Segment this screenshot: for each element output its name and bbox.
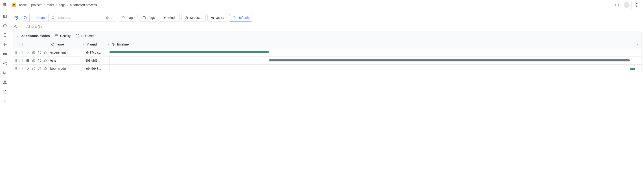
fullscreen-button[interactable]: Full screen <box>76 34 96 38</box>
all-runs-label[interactable]: All runs (3) <box>26 25 42 28</box>
refresh-button[interactable]: Refresh <box>229 14 252 22</box>
search-input[interactable] <box>58 16 104 19</box>
svg-rect-12 <box>4 81 6 82</box>
row-checkbox-wrap <box>17 51 25 54</box>
timeline-bar <box>110 51 269 53</box>
columns-hidden-button[interactable]: 27 columns hidden <box>16 34 50 38</box>
table-row[interactable]: tune f08fdbf1... <box>13 56 642 65</box>
svg-point-45 <box>16 68 16 69</box>
add-list-icon[interactable] <box>3 42 7 47</box>
crumb-dags[interactable]: dags <box>58 3 65 7</box>
star-icon[interactable] <box>42 51 48 54</box>
uuid-column-header[interactable]: # uuid <box>85 40 110 48</box>
svg-point-8 <box>6 64 6 65</box>
svg-point-36 <box>16 53 17 54</box>
tree-icon[interactable] <box>3 80 7 85</box>
main-layout: Default Flags Tags <box>0 10 644 180</box>
svg-point-37 <box>16 59 16 60</box>
row-uuid-cell: d417cda... <box>84 48 109 56</box>
tags-filter[interactable]: Tags <box>140 14 158 22</box>
search-controls <box>106 16 113 19</box>
enter-icon <box>110 16 113 19</box>
clear-search-icon[interactable] <box>106 16 109 19</box>
tags-label: Tags <box>148 16 155 19</box>
svg-point-39 <box>16 60 16 61</box>
svg-point-22 <box>212 16 212 18</box>
graph-icon[interactable] <box>3 61 7 66</box>
star-icon[interactable] <box>42 67 48 70</box>
timeline-header-label: timeline <box>117 43 129 46</box>
document-icon[interactable] <box>3 89 7 94</box>
chevron-down-icon[interactable] <box>636 43 639 46</box>
svg-rect-29 <box>113 44 115 45</box>
open-external-icon[interactable] <box>31 59 36 62</box>
save-view-button[interactable] <box>21 14 30 21</box>
svg-point-42 <box>16 61 17 62</box>
row-checkbox[interactable] <box>20 67 23 70</box>
timeline-column-header[interactable]: timeline <box>110 40 642 48</box>
open-external-icon[interactable] <box>31 51 36 54</box>
runs-table: 27 columns hidden Density Full screen <box>13 31 642 73</box>
avatar[interactable]: R <box>622 1 632 9</box>
kinds-filter[interactable]: Kinds <box>160 14 180 22</box>
table-row[interactable]: experiment d417cda... <box>13 48 642 56</box>
chevron-down-icon[interactable] <box>82 43 85 46</box>
drag-handle-icon[interactable] <box>13 67 17 70</box>
crumb-projects[interactable]: projects <box>31 3 42 7</box>
svg-point-47 <box>16 69 16 70</box>
table-toolbar: 27 columns hidden Density Full screen <box>13 31 642 40</box>
chevron-down-icon[interactable] <box>107 43 110 46</box>
drag-handle-icon[interactable] <box>13 59 17 62</box>
table-icon[interactable] <box>3 52 7 56</box>
panel-icon[interactable] <box>3 14 7 19</box>
statuses-filter[interactable]: Statuses <box>181 14 205 22</box>
retry-icon[interactable] <box>36 67 42 70</box>
clipboard-icon[interactable] <box>3 33 7 37</box>
row-checkbox-wrap <box>17 59 25 62</box>
terminal-icon[interactable] <box>3 99 7 103</box>
lineage-icon[interactable] <box>14 25 18 28</box>
row-name-cell: tune <box>48 56 84 64</box>
drag-handle-icon[interactable] <box>13 51 17 54</box>
view-dropdown[interactable]: Default <box>30 14 49 21</box>
svg-point-18 <box>122 16 124 19</box>
new-folder-button[interactable] <box>612 1 622 9</box>
svg-point-43 <box>16 67 16 68</box>
select-all-checkbox[interactable] <box>20 43 23 46</box>
name-header-label: name <box>56 43 64 46</box>
star-icon[interactable] <box>42 59 48 62</box>
clock-icon[interactable] <box>3 23 7 28</box>
toolbar: Default Flags Tags <box>13 13 642 22</box>
name-column-header[interactable]: name <box>49 40 85 48</box>
users-filter[interactable]: Users <box>207 14 228 22</box>
statuses-label: Statuses <box>190 16 202 19</box>
workspace-badge[interactable]: M <box>12 3 16 7</box>
crumb-sep: / <box>28 3 30 7</box>
row-name-cell: experiment <box>48 48 84 56</box>
row-checkbox[interactable] <box>20 59 23 62</box>
table-row[interactable]: best_model e946643... <box>13 65 642 73</box>
chart-icon[interactable] <box>3 71 7 75</box>
retry-icon[interactable] <box>36 51 42 54</box>
svg-rect-14 <box>6 83 6 84</box>
crumb-current[interactable]: automated-process <box>70 3 97 7</box>
header-right: R <box>612 1 641 9</box>
svg-point-19 <box>144 17 144 17</box>
crumb-mnist[interactable]: mnist <box>47 3 54 7</box>
help-button[interactable] <box>632 1 641 9</box>
columns-hidden-label: 27 columns hidden <box>21 34 50 38</box>
row-checkbox[interactable] <box>20 51 23 54</box>
avatar-letter: R <box>624 2 630 8</box>
status-icon <box>25 59 31 62</box>
svg-rect-26 <box>55 34 58 37</box>
kinds-label: Kinds <box>168 16 176 19</box>
density-button[interactable]: Density <box>55 34 71 38</box>
crumb-acme[interactable]: acme <box>19 3 27 7</box>
apps-icon[interactable] <box>3 3 6 7</box>
table-header: name # uuid timeline <box>13 40 642 48</box>
flags-filter[interactable]: Flags <box>118 14 138 22</box>
retry-icon[interactable] <box>36 59 42 62</box>
settings-button[interactable] <box>13 14 19 21</box>
search-box[interactable] <box>49 14 116 21</box>
open-external-icon[interactable] <box>31 67 36 70</box>
